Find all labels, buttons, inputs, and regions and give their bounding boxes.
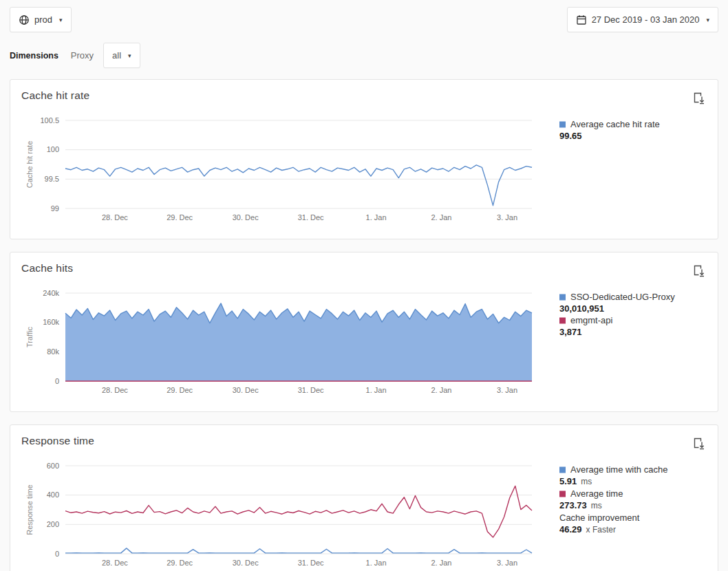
series-line: [65, 165, 532, 206]
y-tick-label: 80k: [47, 347, 59, 356]
x-tick-label: 29. Dec: [167, 386, 193, 394]
legend-value: 30,010,951: [559, 303, 675, 314]
legend-swatch-icon: [559, 294, 566, 301]
date-range-picker[interactable]: 27 Dec 2019 - 03 Jan 2020 ▾: [567, 7, 718, 32]
y-tick-label: 100: [47, 145, 59, 153]
download-report-icon: [693, 92, 705, 105]
dimensions-label: Dimensions: [10, 51, 58, 61]
series-line: [65, 486, 532, 537]
legend-unit: ms: [591, 501, 602, 510]
proxy-filter-group: Proxy all ▾: [71, 43, 140, 68]
y-tick-label: 600: [47, 462, 59, 470]
legend-unit: ms: [581, 477, 592, 486]
download-report-icon: [693, 265, 705, 277]
x-tick-label: 1. Jan: [366, 386, 387, 394]
x-tick-label: 31. Dec: [298, 386, 324, 394]
legend-label: Average time: [559, 488, 667, 499]
legend-value: 273.73ms: [559, 499, 667, 512]
chart-legend: SSO-Dedicated-UG-Proxy30,010,951emgmt-ap…: [559, 283, 675, 338]
dimensions-bar: Dimensions Proxy all ▾: [0, 32, 728, 79]
calendar-icon: [576, 14, 587, 25]
download-report-icon: [693, 438, 705, 450]
legend-value: 5.91ms: [559, 475, 667, 488]
chevron-down-icon: ▾: [706, 17, 709, 23]
x-tick-label: 29. Dec: [167, 559, 193, 567]
card-response-time: Response time 600400200028. Dec29. Dec30…: [10, 424, 718, 571]
cache-hit-rate-chart: 100.510099.59928. Dec29. Dec30. Dec31. D…: [21, 111, 542, 232]
chart-legend: Average cache hit rate99.65: [559, 111, 660, 142]
legend-label: Cache improvement: [559, 512, 667, 524]
y-tick-label: 0: [55, 377, 59, 385]
x-tick-label: 31. Dec: [298, 559, 324, 567]
legend-value: 3,871: [559, 326, 675, 338]
response-time-chart: 600400200028. Dec29. Dec30. Dec31. Dec1.…: [21, 456, 542, 571]
x-tick-label: 3. Jan: [497, 386, 517, 394]
card-title: Response time: [21, 435, 94, 447]
topbar: prod ▾ 27 Dec 2019 - 03 Jan 2020 ▾: [0, 0, 728, 32]
y-tick-label: 200: [47, 520, 59, 528]
x-tick-label: 30. Dec: [233, 213, 259, 222]
x-tick-label: 3. Jan: [497, 213, 517, 222]
x-tick-label: 2. Jan: [431, 386, 451, 394]
cache-hits-chart: 240k160k80k028. Dec29. Dec30. Dec31. Dec…: [21, 283, 542, 405]
cache-performance-dashboard: prod ▾ 27 Dec 2019 - 03 Jan 2020 ▾ Dimen…: [0, 0, 728, 571]
x-tick-label: 2. Jan: [431, 559, 451, 567]
series-line: [65, 548, 532, 553]
legend-label: Average time with cache: [559, 464, 667, 475]
legend-label: emgmt-api: [559, 314, 675, 326]
legend-swatch-icon: [559, 122, 566, 128]
x-tick-label: 28. Dec: [102, 213, 128, 222]
y-tick-label: 100.5: [40, 116, 59, 125]
x-tick-label: 30. Dec: [233, 559, 259, 567]
globe-icon: [19, 14, 30, 25]
proxy-filter-select[interactable]: all ▾: [103, 43, 140, 68]
y-tick-label: 160k: [43, 318, 59, 326]
legend-unit: x Faster: [586, 525, 616, 535]
proxy-filter-value: all: [112, 50, 121, 61]
x-tick-label: 30. Dec: [233, 386, 259, 394]
export-report-button[interactable]: [692, 263, 707, 281]
x-tick-label: 29. Dec: [167, 213, 193, 222]
legend-label: Average cache hit rate: [559, 118, 660, 130]
environment-value: prod: [34, 14, 52, 25]
card-header: Cache hit rate: [21, 89, 707, 108]
export-report-button[interactable]: [692, 436, 707, 453]
card-header: Response time: [21, 435, 707, 453]
x-tick-label: 31. Dec: [298, 213, 324, 222]
x-tick-label: 1. Jan: [366, 559, 387, 567]
chart-container: 600400200028. Dec29. Dec30. Dec31. Dec1.…: [21, 456, 707, 571]
chart-legend: Average time with cache5.91msAverage tim…: [559, 456, 667, 536]
y-axis-label: Cache hit rate: [25, 141, 34, 188]
card-title: Cache hit rate: [21, 89, 89, 102]
x-tick-label: 28. Dec: [102, 559, 128, 567]
y-tick-label: 99.5: [45, 175, 59, 183]
legend-swatch-icon: [559, 467, 566, 473]
y-axis-label: Response time: [25, 484, 34, 535]
y-tick-label: 99: [51, 204, 59, 213]
chevron-down-icon: ▾: [128, 52, 131, 59]
y-tick-label: 0: [55, 550, 59, 558]
legend-swatch-icon: [559, 318, 566, 324]
proxy-label: Proxy: [71, 50, 94, 61]
card-header: Cache hits: [21, 262, 707, 281]
date-range-value: 27 Dec 2019 - 03 Jan 2020: [592, 14, 700, 25]
x-tick-label: 2. Jan: [431, 213, 451, 222]
x-tick-label: 3. Jan: [497, 559, 517, 567]
legend-value: 99.65: [559, 130, 660, 142]
y-tick-label: 240k: [43, 289, 59, 297]
chevron-down-icon: ▾: [59, 17, 63, 23]
card-cache-hit-rate: Cache hit rate 100.510099.59928. Dec29. …: [10, 79, 718, 239]
x-tick-label: 28. Dec: [102, 386, 128, 394]
legend-value: 46.29x Faster: [559, 524, 667, 536]
environment-select[interactable]: prod ▾: [10, 7, 72, 32]
legend-label: SSO-Dedicated-UG-Proxy: [559, 291, 675, 303]
y-axis-label: Traffic: [25, 327, 34, 347]
card-cache-hits: Cache hits 240k160k80k028. Dec29. Dec30.…: [10, 252, 718, 412]
chart-container: 100.510099.59928. Dec29. Dec30. Dec31. D…: [21, 111, 707, 232]
x-tick-label: 1. Jan: [366, 213, 387, 222]
legend-swatch-icon: [559, 491, 566, 497]
card-title: Cache hits: [21, 262, 73, 274]
y-tick-label: 400: [47, 491, 59, 499]
chart-container: 240k160k80k028. Dec29. Dec30. Dec31. Dec…: [21, 283, 707, 405]
export-report-button[interactable]: [692, 91, 707, 108]
